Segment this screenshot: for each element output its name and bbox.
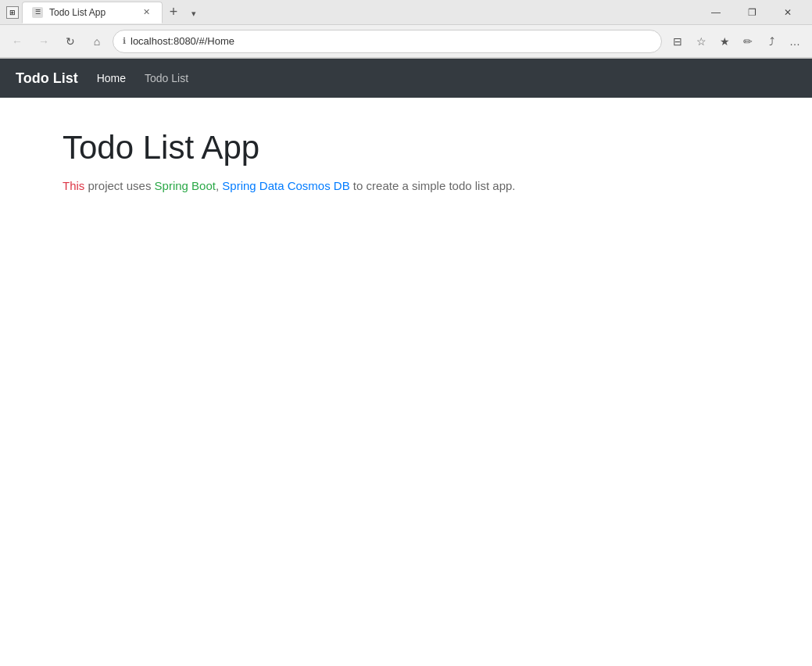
browser-icon: ⊞: [6, 6, 19, 19]
back-button[interactable]: ←: [6, 30, 28, 52]
page-description: This project uses Spring Boot, Spring Da…: [63, 179, 749, 192]
desc-spring-boot: Spring Boot: [155, 179, 216, 192]
main-content: Todo List App This project uses Spring B…: [0, 98, 812, 666]
more-button[interactable]: …: [784, 30, 806, 52]
tab-close-button[interactable]: ✕: [140, 6, 152, 19]
refresh-button[interactable]: ↻: [59, 30, 81, 52]
title-bar: ⊞ ☰ Todo List App ✕ + ▾ — ❐ ✕: [0, 0, 812, 25]
toolbar-icons: ⊟ ☆ ★ ✏ ⤴ …: [667, 30, 806, 52]
desc-cosmos-db: Spring Data Cosmos DB: [222, 179, 349, 192]
desc-project-uses: project uses: [84, 179, 154, 192]
notes-button[interactable]: ✏: [737, 30, 759, 52]
desc-tail: to create a simple todo list app.: [350, 179, 516, 192]
page-title: Todo List App: [63, 129, 749, 166]
title-bar-left: ⊞: [6, 6, 19, 19]
minimize-button[interactable]: —: [698, 0, 734, 25]
page-area: Todo List Home Todo List Todo List App T…: [0, 58, 812, 666]
tab-bar: ☰ Todo List App ✕ + ▾: [22, 2, 698, 23]
url-text: localhost:8080/#/Home: [131, 35, 234, 47]
active-tab[interactable]: ☰ Todo List App ✕: [22, 2, 163, 23]
lock-icon: ℹ: [123, 36, 126, 46]
home-button[interactable]: ⌂: [86, 30, 108, 52]
tab-list-button[interactable]: ▾: [184, 5, 203, 23]
maximize-button[interactable]: ❐: [734, 0, 770, 25]
app-navbar: Todo List Home Todo List: [0, 59, 812, 98]
favorites-hub-button[interactable]: ★: [714, 30, 735, 52]
window-icon: ⊞: [6, 6, 19, 19]
split-view-button[interactable]: ⊟: [667, 30, 689, 52]
address-bar: ← → ↻ ⌂ ℹ localhost:8080/#/Home ⊟ ☆ ★ ✏ …: [0, 25, 812, 58]
browser-window: ⊞ ☰ Todo List App ✕ + ▾ — ❐ ✕ ← → ↻ ⌂ ℹ …: [0, 0, 812, 666]
tab-favicon: ☰: [32, 7, 43, 18]
favorites-button[interactable]: ☆: [690, 30, 712, 52]
new-tab-button[interactable]: +: [163, 2, 184, 23]
url-bar[interactable]: ℹ localhost:8080/#/Home: [113, 30, 662, 53]
navbar-link-home[interactable]: Home: [97, 69, 126, 88]
close-button[interactable]: ✕: [770, 0, 806, 25]
window-controls: — ❐ ✕: [698, 0, 806, 25]
share-button[interactable]: ⤴: [760, 30, 782, 52]
navbar-link-todolist[interactable]: Todo List: [145, 69, 188, 88]
forward-button[interactable]: →: [33, 30, 55, 52]
tab-title: Todo List App: [49, 7, 106, 18]
desc-this: This: [63, 179, 84, 192]
navbar-brand[interactable]: Todo List: [16, 70, 78, 87]
